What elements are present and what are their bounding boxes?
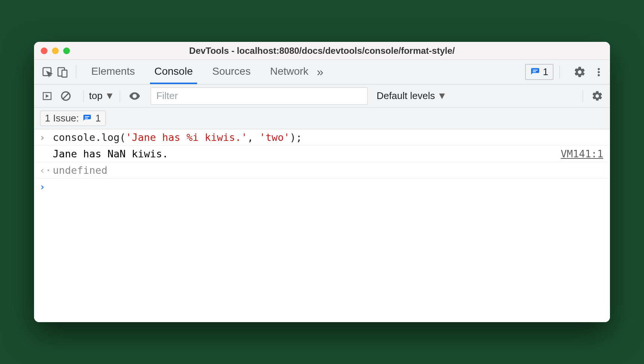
svg-line-10 xyxy=(63,93,69,99)
console-prompt[interactable]: › xyxy=(34,179,610,195)
source-link[interactable]: VM141:1 xyxy=(561,148,603,160)
console-return-line: ‹· undefined xyxy=(34,162,610,179)
more-tabs-button[interactable]: » xyxy=(313,65,327,79)
devtools-window: DevTools - localhost:8080/docs/devtools/… xyxy=(34,42,610,322)
return-value: undefined xyxy=(53,164,603,176)
issues-chip[interactable]: 1 Issue: 1 xyxy=(40,111,106,126)
separator xyxy=(583,90,583,102)
console-output[interactable]: › console.log('Jane has %i kiwis.', 'two… xyxy=(34,129,610,322)
separator xyxy=(76,65,76,79)
dropdown-icon: ▼ xyxy=(437,90,447,102)
minimize-window-button[interactable] xyxy=(52,47,59,54)
console-settings-icon[interactable] xyxy=(591,90,603,102)
return-gutter-icon: ‹· xyxy=(39,164,53,176)
console-toolbar: top ▼ Default levels ▼ xyxy=(34,84,610,108)
issues-count: 1 xyxy=(543,66,548,78)
issues-icon xyxy=(530,67,540,77)
tab-sources[interactable]: Sources xyxy=(208,60,255,84)
separator xyxy=(83,90,84,102)
code-punc: , xyxy=(247,132,260,143)
tab-console[interactable]: Console xyxy=(150,60,197,84)
console-input-line: › console.log('Jane has %i kiwis.', 'two… xyxy=(34,129,610,146)
code-string: 'two' xyxy=(260,132,290,143)
issues-row: 1 Issue: 1 xyxy=(34,108,610,129)
close-window-button[interactable] xyxy=(41,47,47,54)
svg-rect-11 xyxy=(85,116,89,117)
input-gutter-icon: › xyxy=(39,132,53,143)
filter-input[interactable] xyxy=(151,87,368,105)
issues-chip-count: 1 xyxy=(95,112,101,124)
issues-counter[interactable]: 1 xyxy=(525,64,553,80)
svg-point-6 xyxy=(598,71,600,73)
issues-icon xyxy=(83,114,92,123)
traffic-lights xyxy=(41,47,70,54)
code-string: 'Jane has %i kiwis.' xyxy=(126,132,247,143)
context-label: top xyxy=(89,90,102,102)
window-title: DevTools - localhost:8080/docs/devtools/… xyxy=(34,46,610,56)
settings-icon[interactable] xyxy=(573,66,586,78)
separator xyxy=(120,90,120,102)
clear-console-icon[interactable] xyxy=(59,90,72,102)
prompt-gutter-icon: › xyxy=(39,181,53,192)
levels-label: Default levels xyxy=(377,90,435,102)
tab-network[interactable]: Network xyxy=(266,60,313,84)
separator xyxy=(559,65,560,79)
issues-chip-label: 1 Issue: xyxy=(45,112,79,124)
svg-rect-2 xyxy=(62,70,67,77)
context-selector[interactable]: top ▼ xyxy=(89,90,114,102)
svg-point-5 xyxy=(598,68,600,70)
toggle-drawer-icon[interactable] xyxy=(41,90,53,102)
log-levels-selector[interactable]: Default levels ▼ xyxy=(377,90,447,102)
titlebar: DevTools - localhost:8080/docs/devtools/… xyxy=(34,42,610,60)
console-output-line: Jane has NaN kiwis. VM141:1 xyxy=(34,146,610,162)
tab-elements[interactable]: Elements xyxy=(87,60,139,84)
svg-rect-4 xyxy=(533,71,536,72)
zoom-window-button[interactable] xyxy=(63,47,70,54)
output-text: Jane has NaN kiwis. xyxy=(53,148,561,160)
main-tabbar: Elements Console Sources Network » 1 xyxy=(34,60,610,84)
device-toolbar-icon[interactable] xyxy=(55,65,70,80)
svg-point-7 xyxy=(598,74,600,76)
inspect-element-icon[interactable] xyxy=(40,65,55,80)
svg-rect-12 xyxy=(85,118,88,118)
code-punc: ); xyxy=(290,132,302,143)
live-expression-icon[interactable] xyxy=(128,90,141,102)
console-code: console.log('Jane has %i kiwis.', 'two')… xyxy=(53,132,603,143)
panel-tabs: Elements Console Sources Network xyxy=(87,60,313,84)
dropdown-icon: ▼ xyxy=(105,90,114,102)
code-call: console.log( xyxy=(53,132,126,143)
svg-rect-3 xyxy=(533,70,537,70)
more-options-icon[interactable] xyxy=(594,66,604,78)
